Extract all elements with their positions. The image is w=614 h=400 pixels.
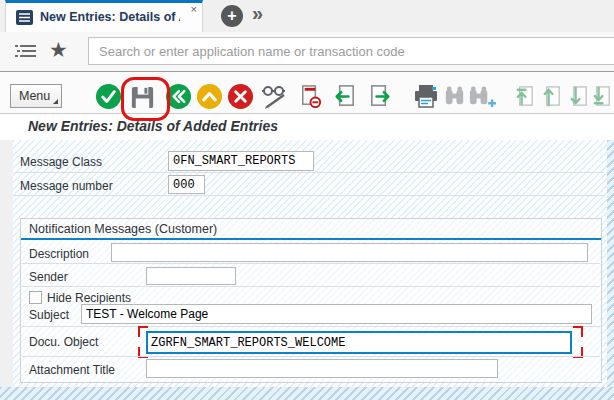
docu-object-label: Docu. Object	[29, 335, 98, 349]
groupbox-accent-rule	[21, 238, 601, 240]
continue-check-icon[interactable]	[95, 82, 123, 110]
docu-object-field[interactable]	[146, 331, 572, 354]
cancel-icon[interactable]	[227, 82, 255, 110]
annotation-bracket-icon	[138, 326, 148, 337]
right-edge	[607, 140, 614, 387]
tab-new-entries[interactable]: New Entries: Details of Adde... ×	[5, 0, 203, 32]
left-edge	[0, 140, 13, 387]
page-up-icon	[539, 82, 565, 110]
groupbox-title: Notification Messages (Customer)	[29, 222, 217, 236]
hide-recipients-label: Hide Recipients	[47, 291, 131, 305]
title-bar: New Entries: Details of Added Entries	[0, 114, 614, 140]
description-label: Description	[29, 247, 89, 261]
subject-field[interactable]	[81, 304, 592, 324]
subject-label: Subject	[29, 308, 69, 322]
last-page-icon	[589, 82, 614, 110]
hide-recipients-checkbox[interactable]	[29, 291, 42, 304]
page-title: New Entries: Details of Added Entries	[28, 118, 278, 134]
back-icon[interactable]	[165, 82, 193, 110]
row-divider	[14, 195, 604, 196]
sender-label: Sender	[29, 270, 68, 284]
tab-strip: New Entries: Details of Adde... × + »	[0, 0, 614, 32]
application-toolbar: Menu	[0, 72, 614, 114]
plus-icon: +	[227, 7, 236, 24]
find-next-icon	[466, 82, 498, 110]
shell-header: ★	[0, 32, 614, 72]
add-tab-button[interactable]: +	[221, 5, 243, 27]
first-page-icon	[512, 82, 538, 110]
description-field[interactable]	[111, 243, 588, 262]
previous-entry-icon[interactable]	[331, 82, 359, 110]
row-divider	[22, 286, 600, 287]
message-class-field[interactable]	[168, 151, 314, 171]
list-icon	[16, 10, 33, 25]
row-divider	[22, 356, 600, 357]
search-input[interactable]	[88, 37, 614, 65]
menu-button[interactable]: Menu	[10, 84, 62, 108]
dynpro-content: Message Class Message number Notificatio…	[0, 140, 614, 400]
session-list-icon[interactable]	[15, 43, 37, 61]
attachment-title-field[interactable]	[146, 359, 498, 378]
tab-title: New Entries: Details of Adde...	[40, 3, 180, 31]
exit-icon[interactable]	[196, 82, 224, 110]
display-change-icon[interactable]	[260, 82, 291, 110]
notification-messages-groupbox: Notification Messages (Customer) Descrip…	[20, 218, 602, 383]
delete-entry-icon[interactable]	[297, 82, 325, 110]
sap-gui-window: New Entries: Details of Adde... × + » ★ …	[0, 0, 614, 400]
row-divider	[22, 263, 600, 264]
tab-overflow-icon[interactable]: »	[252, 2, 263, 25]
dropdown-corner-icon	[53, 99, 58, 104]
message-number-field[interactable]	[168, 175, 205, 194]
next-entry-icon[interactable]	[367, 82, 395, 110]
save-icon[interactable]	[129, 83, 157, 111]
message-number-label: Message number	[20, 179, 113, 193]
annotation-bracket-icon	[573, 326, 583, 337]
attachment-title-label: Attachment Title	[29, 363, 115, 377]
row-divider	[14, 172, 604, 173]
favorites-star-icon[interactable]: ★	[49, 38, 68, 62]
close-icon[interactable]: ×	[191, 3, 197, 15]
row-divider	[22, 326, 600, 327]
message-class-label: Message Class	[20, 155, 102, 169]
bottom-edge	[0, 387, 614, 400]
find-icon	[441, 82, 469, 110]
sender-field[interactable]	[146, 267, 236, 285]
print-icon[interactable]	[411, 82, 442, 110]
